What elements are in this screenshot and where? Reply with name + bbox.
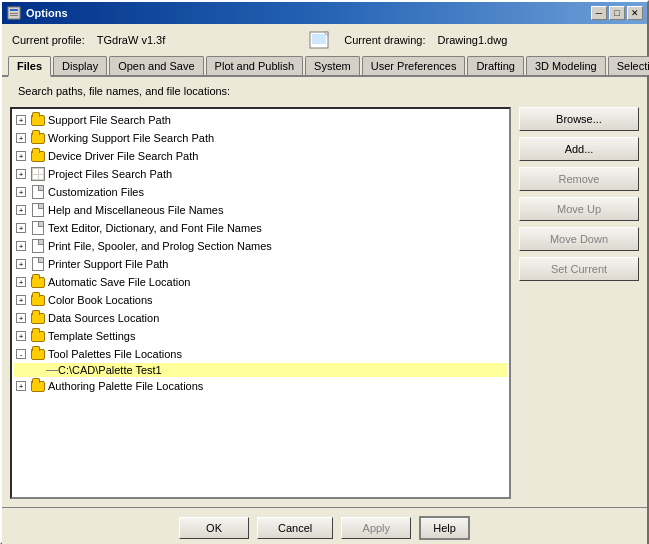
maximize-button[interactable]: □: [609, 6, 625, 20]
tree-item-label: Print File, Spooler, and Prolog Section …: [48, 240, 272, 252]
tab-selection[interactable]: Selection: [608, 56, 649, 75]
tab-user-preferences[interactable]: User Preferences: [362, 56, 466, 75]
tree-item-label: Support File Search Path: [48, 114, 171, 126]
expand-icon[interactable]: +: [16, 151, 26, 161]
svg-rect-5: [312, 34, 326, 44]
apply-button[interactable]: Apply: [341, 517, 411, 539]
title-bar-left: Options: [6, 5, 68, 21]
list-item[interactable]: + Printer Support File Path: [14, 255, 507, 273]
connector-line: [46, 370, 58, 371]
svg-rect-3: [10, 15, 18, 16]
tab-plot-publish[interactable]: Plot and Publish: [206, 56, 304, 75]
list-item[interactable]: + Automatic Save File Location: [14, 273, 507, 291]
ok-button[interactable]: OK: [179, 517, 249, 539]
cancel-button[interactable]: Cancel: [257, 517, 333, 539]
expand-icon[interactable]: +: [16, 223, 26, 233]
tree-item-label: Customization Files: [48, 186, 144, 198]
add-button[interactable]: Add...: [519, 137, 639, 161]
tree-item-label: Device Driver File Search Path: [48, 150, 198, 162]
expand-icon[interactable]: +: [16, 115, 26, 125]
tab-drafting[interactable]: Drafting: [467, 56, 524, 75]
file-icon: [30, 184, 46, 200]
move-down-button[interactable]: Move Down: [519, 227, 639, 251]
file-icon: [30, 220, 46, 236]
profile-bar: Current profile: TGdraW v1.3f Current dr…: [2, 24, 647, 56]
list-item[interactable]: + Authoring Palette File Locations: [14, 377, 507, 395]
window-title: Options: [26, 7, 68, 19]
tree-item-label: Data Sources Location: [48, 312, 159, 324]
content-section: Search paths, file names, and file locat…: [2, 77, 647, 99]
expand-icon[interactable]: +: [16, 277, 26, 287]
expand-icon[interactable]: +: [16, 381, 26, 391]
list-item[interactable]: + Device Driver File Search Path: [14, 147, 507, 165]
window-icon: [6, 5, 22, 21]
set-current-button[interactable]: Set Current: [519, 257, 639, 281]
list-item[interactable]: + Project Files Search Path: [14, 165, 507, 183]
tab-open-save[interactable]: Open and Save: [109, 56, 203, 75]
folder-icon: [30, 328, 46, 344]
list-item[interactable]: + Support File Search Path: [14, 111, 507, 129]
file-tree-panel[interactable]: + Support File Search Path + Working Sup…: [10, 107, 511, 499]
expand-icon[interactable]: +: [16, 169, 26, 179]
right-panel: Browse... Add... Remove Move Up Move Dow…: [519, 107, 639, 499]
folder-icon: [30, 274, 46, 290]
expand-icon[interactable]: -: [16, 349, 26, 359]
tab-display[interactable]: Display: [53, 56, 107, 75]
current-drawing-label: Current drawing:: [344, 34, 425, 46]
remove-button[interactable]: Remove: [519, 167, 639, 191]
browse-button[interactable]: Browse...: [519, 107, 639, 131]
tree-item-label: Text Editor, Dictionary, and Font File N…: [48, 222, 262, 234]
tab-files[interactable]: Files: [8, 56, 51, 77]
drawing-icon: [308, 30, 332, 50]
svg-rect-2: [10, 13, 18, 14]
tree-item-label: Printer Support File Path: [48, 258, 168, 270]
folder-icon: [30, 130, 46, 146]
tree-container: + Support File Search Path + Working Sup…: [12, 109, 509, 397]
tree-item-label: Color Book Locations: [48, 294, 153, 306]
svg-rect-1: [10, 9, 18, 11]
expand-icon[interactable]: +: [16, 259, 26, 269]
tree-item-label: Tool Palettes File Locations: [48, 348, 182, 360]
expand-icon[interactable]: +: [16, 331, 26, 341]
list-item[interactable]: + Color Book Locations: [14, 291, 507, 309]
minimize-button[interactable]: ─: [591, 6, 607, 20]
folder-open-icon: [30, 346, 46, 362]
list-item[interactable]: C:\CAD\Palette Test1: [14, 363, 507, 377]
file-icon: [30, 202, 46, 218]
folder-icon: [30, 310, 46, 326]
expand-icon[interactable]: +: [16, 187, 26, 197]
tabs-container: Files Display Open and Save Plot and Pub…: [2, 56, 647, 77]
expand-icon[interactable]: +: [16, 205, 26, 215]
bottom-bar: OK Cancel Apply Help: [2, 507, 647, 544]
list-item[interactable]: + Print File, Spooler, and Prolog Sectio…: [14, 237, 507, 255]
list-item[interactable]: + Customization Files: [14, 183, 507, 201]
tab-system[interactable]: System: [305, 56, 360, 75]
tab-3d-modeling[interactable]: 3D Modeling: [526, 56, 606, 75]
file-icon: [30, 238, 46, 254]
list-item[interactable]: + Working Support File Search Path: [14, 129, 507, 147]
current-drawing-value: Drawing1.dwg: [438, 34, 637, 46]
folder-icon: [30, 148, 46, 164]
title-controls: ─ □ ✕: [591, 6, 643, 20]
tree-item-label: Automatic Save File Location: [48, 276, 190, 288]
options-window: Options ─ □ ✕ Current profile: TGdraW v1…: [0, 0, 649, 544]
tree-item-label: C:\CAD\Palette Test1: [58, 364, 162, 376]
list-item[interactable]: - Tool Palettes File Locations: [14, 345, 507, 363]
current-profile-label: Current profile:: [12, 34, 85, 46]
folder-icon: [30, 292, 46, 308]
list-item[interactable]: + Text Editor, Dictionary, and Font File…: [14, 219, 507, 237]
tree-item-label: Working Support File Search Path: [48, 132, 214, 144]
expand-icon[interactable]: +: [16, 241, 26, 251]
help-button[interactable]: Help: [419, 516, 470, 540]
expand-icon[interactable]: +: [16, 295, 26, 305]
move-up-button[interactable]: Move Up: [519, 197, 639, 221]
grid-icon: [30, 166, 46, 182]
list-item[interactable]: + Template Settings: [14, 327, 507, 345]
expand-icon[interactable]: +: [16, 133, 26, 143]
close-button[interactable]: ✕: [627, 6, 643, 20]
list-item[interactable]: + Data Sources Location: [14, 309, 507, 327]
file-icon: [30, 256, 46, 272]
content-area: + Support File Search Path + Working Sup…: [2, 99, 647, 507]
expand-icon[interactable]: +: [16, 313, 26, 323]
list-item[interactable]: + Help and Miscellaneous File Names: [14, 201, 507, 219]
